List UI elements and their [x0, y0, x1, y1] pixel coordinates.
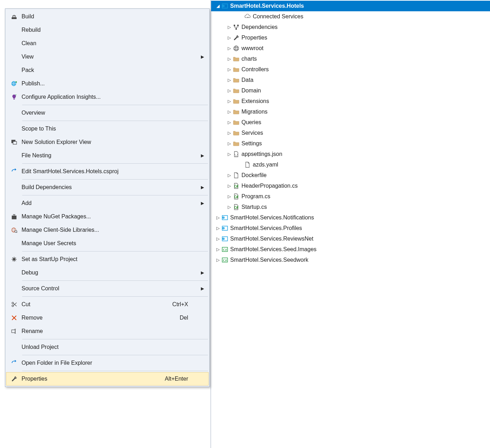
expander-closed-icon[interactable]: ▷ — [215, 215, 221, 220]
menu-item[interactable]: Unload Project — [6, 340, 209, 354]
menu-item-label: Manage User Secrets — [22, 240, 198, 247]
menu-item-label: Open Folder in File Explorer — [22, 360, 198, 366]
tree-node[interactable]: ▷Migrations — [211, 107, 490, 117]
menu-item[interactable]: Publish... — [6, 77, 209, 90]
tree-node[interactable]: ▷azds.yaml — [211, 159, 490, 170]
tree-node-label: Services — [241, 130, 263, 136]
tree-node[interactable]: ▷Settings — [211, 138, 490, 149]
tree-node[interactable]: ▷charts — [211, 54, 490, 64]
tree-node[interactable]: ▷SmartHotel.Services.Seed.Images — [211, 244, 490, 255]
menu-item[interactable]: Scope to This — [6, 122, 209, 135]
menu-item[interactable]: File Nesting▶ — [6, 149, 209, 162]
menu-item[interactable]: Build Dependencies▶ — [6, 181, 209, 194]
menu-item[interactable]: Add▶ — [6, 196, 209, 210]
menu-item[interactable]: Edit SmartHotel.Services.Hotels.csproj — [6, 165, 209, 178]
tree-node[interactable]: ▷Startup.cs — [211, 202, 490, 212]
expander-closed-icon[interactable]: ▷ — [226, 56, 232, 61]
tree-node[interactable]: ▷Extensions — [211, 96, 490, 107]
expander-closed-icon[interactable]: ▷ — [226, 173, 232, 178]
menu-item[interactable]: Rename — [6, 325, 209, 338]
expander-closed-icon[interactable]: ▷ — [215, 247, 221, 252]
menu-item[interactable]: Rebuild — [6, 23, 209, 37]
tree-node[interactable]: ▷Connected Services — [211, 11, 490, 22]
cs-file-icon — [232, 204, 240, 210]
new-view-icon — [7, 139, 22, 145]
tree-node[interactable]: ▷SmartHotel.Services.Seedwork — [211, 255, 490, 265]
tree-node[interactable]: ▷Controllers — [211, 64, 490, 75]
tree-node[interactable]: ▷SmartHotel.Services.Profiles — [211, 223, 490, 234]
menu-separator — [22, 251, 208, 252]
menu-item-label: Cut — [22, 301, 172, 308]
expander-closed-icon[interactable]: ▷ — [215, 258, 221, 262]
folder-icon — [232, 119, 240, 126]
expander-closed-icon[interactable]: ▷ — [226, 35, 232, 40]
menu-item[interactable]: Manage NuGet Packages... — [6, 210, 209, 223]
tree-node-label: SmartHotel.Services.Hotels — [230, 3, 304, 9]
tree-node[interactable]: ▷Data — [211, 75, 490, 85]
expander-closed-icon[interactable]: ▷ — [226, 131, 232, 135]
tree-node[interactable]: ▷Dockerfile — [211, 170, 490, 181]
menu-item[interactable]: RemoveDel — [6, 311, 209, 325]
menu-item-label: Build — [22, 13, 198, 20]
tree-node[interactable]: ▷Domain — [211, 85, 490, 96]
expander-closed-icon[interactable]: ▷ — [215, 226, 221, 231]
expander-closed-icon[interactable]: ▷ — [226, 78, 232, 83]
menu-item[interactable]: New Solution Explorer View — [6, 135, 209, 149]
tree-node[interactable]: ▷HeaderPropagation.cs — [211, 181, 490, 191]
menu-item-label: Rebuild — [22, 27, 198, 33]
tree-node[interactable]: ▷SmartHotel.Services.ReviewsNet — [211, 234, 490, 244]
menu-item[interactable]: Source Control▶ — [6, 282, 209, 295]
tree-node[interactable]: ▷SmartHotel.Services.Notifications — [211, 212, 490, 223]
expander-closed-icon[interactable]: ▷ — [226, 88, 232, 93]
menu-item[interactable]: Set as StartUp Project — [6, 253, 209, 266]
menu-item[interactable]: View▶ — [6, 50, 209, 63]
expander-closed-icon[interactable]: ▷ — [226, 99, 232, 104]
menu-item[interactable]: Manage User Secrets — [6, 237, 209, 250]
menu-item[interactable]: Build — [6, 10, 209, 23]
menu-item[interactable]: PropertiesAlt+Enter — [6, 372, 209, 386]
menu-item-label: Set as StartUp Project — [22, 256, 198, 262]
expander-closed-icon[interactable]: ▷ — [226, 194, 232, 199]
tree-node-label: Dockerfile — [241, 172, 267, 178]
tree-node[interactable]: ▷wwwroot — [211, 43, 490, 54]
project-context-menu[interactable]: BuildRebuildCleanView▶PackPublish...Conf… — [5, 8, 210, 387]
expander-closed-icon[interactable]: ▷ — [226, 205, 232, 210]
tree-node-label: wwwroot — [241, 45, 263, 52]
expander-closed-icon[interactable]: ▷ — [215, 236, 221, 241]
tree-node-label: Domain — [241, 87, 261, 94]
solution-explorer[interactable]: ◢SmartHotel.Services.Hotels▷Connected Se… — [210, 0, 490, 448]
expander-closed-icon[interactable]: ▷ — [226, 67, 232, 72]
tree-node-label: Dependencies — [241, 24, 277, 30]
menu-item-label: Pack — [22, 67, 198, 73]
insights-bulb-icon — [7, 94, 22, 100]
expander-closed-icon[interactable]: ▷ — [226, 120, 232, 125]
expander-closed-icon[interactable]: ▷ — [226, 25, 232, 30]
tree-node[interactable]: ▷Properties — [211, 32, 490, 43]
tree-node[interactable]: ▷Program.cs — [211, 191, 490, 202]
expander-closed-icon[interactable]: ▷ — [226, 183, 232, 188]
menu-item-label: Unload Project — [22, 344, 198, 350]
tree-node[interactable]: ◢SmartHotel.Services.Hotels — [211, 1, 490, 11]
submenu-arrow-icon: ▶ — [198, 270, 207, 275]
menu-item[interactable]: Open Folder in File Explorer — [6, 356, 209, 370]
expander-closed-icon[interactable]: ▷ — [226, 109, 232, 114]
menu-item[interactable]: Debug▶ — [6, 266, 209, 279]
expander-closed-icon[interactable]: ▷ — [226, 46, 232, 51]
menu-item[interactable]: Clean — [6, 37, 209, 50]
menu-item-label: Add — [22, 200, 198, 206]
tree-node[interactable]: ▷Dependencies — [211, 22, 490, 32]
menu-item[interactable]: Pack — [6, 63, 209, 77]
tree-node[interactable]: ▷Services — [211, 128, 490, 138]
csproj-green-icon — [221, 246, 229, 253]
expander-closed-icon[interactable]: ▷ — [226, 152, 232, 157]
tree-node-label: Properties — [241, 35, 267, 41]
tree-node[interactable]: ▷Queries — [211, 117, 490, 128]
menu-item[interactable]: Manage Client-Side Libraries... — [6, 223, 209, 237]
menu-item[interactable]: Overview — [6, 106, 209, 120]
menu-item[interactable]: CutCtrl+X — [6, 298, 209, 311]
tree-node[interactable]: ▷appsettings.json — [211, 149, 490, 159]
menu-item[interactable]: Configure Application Insights... — [6, 90, 209, 104]
expander-closed-icon[interactable]: ▷ — [226, 141, 232, 146]
tree-node-label: Data — [241, 77, 253, 83]
expander-open-icon[interactable]: ◢ — [215, 4, 221, 8]
